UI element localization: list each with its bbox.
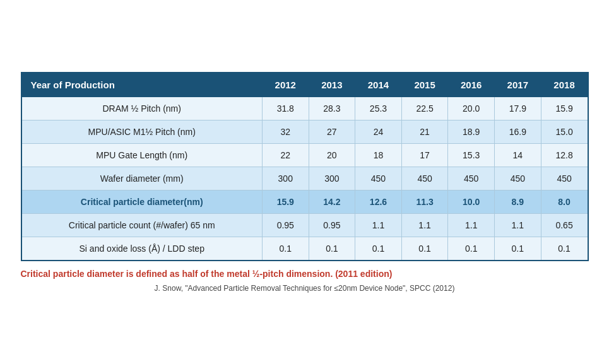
row-cell: 22: [262, 143, 309, 167]
row-cell: 15.9: [262, 190, 309, 213]
row-cell: 450: [355, 167, 402, 190]
row-cell: 8.9: [495, 190, 541, 213]
row-cell: 300: [262, 167, 309, 190]
header-col-2016: 2016: [448, 73, 495, 97]
row-label: Si and oxide loss (Å) / LDD step: [21, 237, 263, 261]
row-cell: 0.1: [309, 237, 355, 261]
footnote-red: Critical particle diameter is defined as…: [21, 269, 589, 279]
row-cell: 11.3: [401, 190, 448, 213]
table-row: MPU/ASIC M1½ Pitch (nm)3227242118.916.91…: [21, 120, 588, 143]
row-cell: 0.1: [448, 237, 495, 261]
row-cell: 450: [448, 167, 495, 190]
header-col-2018: 2018: [541, 73, 588, 97]
table-row: Critical particle count (#/wafer) 65 nm0…: [21, 213, 588, 237]
row-cell: 17: [401, 143, 448, 167]
row-cell: 20.0: [448, 97, 495, 120]
row-cell: 14: [495, 143, 541, 167]
row-cell: 1.1: [495, 213, 541, 237]
row-cell: 12.6: [355, 190, 402, 213]
row-cell: 0.1: [401, 237, 448, 261]
row-cell: 18: [355, 143, 402, 167]
production-table: Year of Production 2012 2013 2014 2015 2…: [21, 72, 589, 261]
row-cell: 27: [309, 120, 355, 143]
row-cell: 24: [355, 120, 402, 143]
row-cell: 17.9: [495, 97, 541, 120]
row-cell: 0.65: [541, 213, 588, 237]
header-row: Year of Production 2012 2013 2014 2015 2…: [21, 73, 588, 97]
row-cell: 25.3: [355, 97, 402, 120]
row-cell: 1.1: [401, 213, 448, 237]
row-cell: 1.1: [448, 213, 495, 237]
row-cell: 31.8: [262, 97, 309, 120]
row-label: MPU Gate Length (nm): [21, 143, 263, 167]
row-label: Wafer diameter (mm): [21, 167, 263, 190]
row-cell: 18.9: [448, 120, 495, 143]
row-cell: 0.1: [495, 237, 541, 261]
row-cell: 450: [495, 167, 541, 190]
header-col-2017: 2017: [495, 73, 541, 97]
table-wrapper: Year of Production 2012 2013 2014 2015 2…: [21, 72, 589, 293]
row-cell: 0.95: [262, 213, 309, 237]
row-cell: 32: [262, 120, 309, 143]
row-cell: 10.0: [448, 190, 495, 213]
row-label: Critical particle count (#/wafer) 65 nm: [21, 213, 263, 237]
header-col-2015: 2015: [401, 73, 448, 97]
row-cell: 8.0: [541, 190, 588, 213]
row-cell: 15.0: [541, 120, 588, 143]
table-row: MPU Gate Length (nm)2220181715.31412.8: [21, 143, 588, 167]
footnote-citation: J. Snow, "Advanced Particle Removal Tech…: [21, 284, 589, 293]
row-cell: 0.1: [541, 237, 588, 261]
row-cell: 1.1: [355, 213, 402, 237]
row-cell: 20: [309, 143, 355, 167]
row-cell: 0.1: [262, 237, 309, 261]
header-col-2012: 2012: [262, 73, 309, 97]
table-row: Wafer diameter (mm)300300450450450450450: [21, 167, 588, 190]
row-label: Critical particle diameter(nm): [21, 190, 263, 213]
header-col-2013: 2013: [309, 73, 355, 97]
table-row: Si and oxide loss (Å) / LDD step0.10.10.…: [21, 237, 588, 261]
row-label: DRAM ½ Pitch (nm): [21, 97, 263, 120]
row-cell: 450: [401, 167, 448, 190]
row-cell: 12.8: [541, 143, 588, 167]
row-cell: 28.3: [309, 97, 355, 120]
row-cell: 450: [541, 167, 588, 190]
row-cell: 21: [401, 120, 448, 143]
row-label: MPU/ASIC M1½ Pitch (nm): [21, 120, 263, 143]
header-col-label: Year of Production: [21, 73, 263, 97]
row-cell: 0.95: [309, 213, 355, 237]
table-row: DRAM ½ Pitch (nm)31.828.325.322.520.017.…: [21, 97, 588, 120]
row-cell: 15.9: [541, 97, 588, 120]
row-cell: 16.9: [495, 120, 541, 143]
header-col-2014: 2014: [355, 73, 402, 97]
row-cell: 14.2: [309, 190, 355, 213]
row-cell: 15.3: [448, 143, 495, 167]
row-cell: 300: [309, 167, 355, 190]
row-cell: 0.1: [355, 237, 402, 261]
row-cell: 22.5: [401, 97, 448, 120]
table-row: Critical particle diameter(nm)15.914.212…: [21, 190, 588, 213]
